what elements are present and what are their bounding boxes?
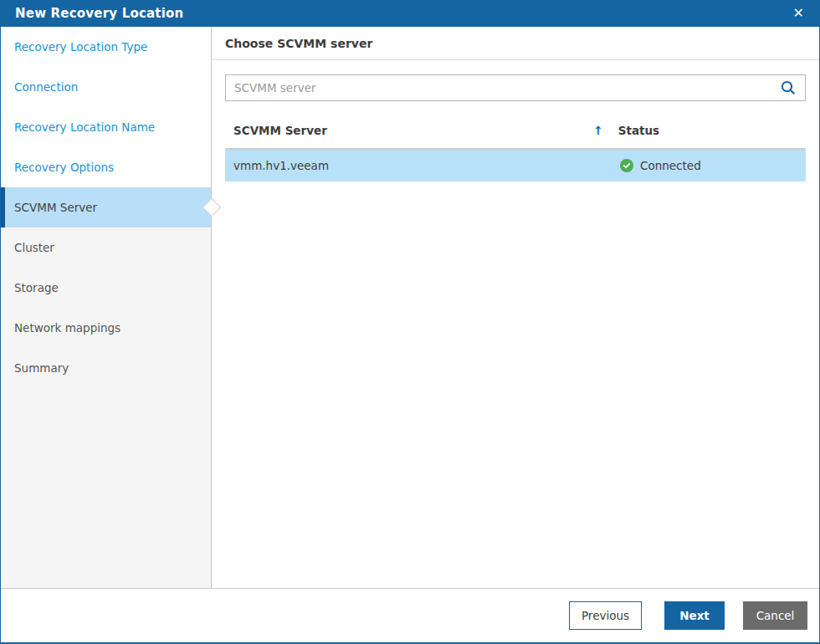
sidebar-item-summary[interactable]: Summary [1, 348, 211, 388]
search-input[interactable] [225, 74, 806, 101]
table-header-row: SCVMM Server ↑ Status [225, 113, 806, 150]
footer-bar: Previous Next Cancel [1, 588, 819, 642]
column-header-status[interactable]: Status [618, 124, 806, 137]
search-icon[interactable] [781, 80, 796, 95]
previous-button[interactable]: Previous [569, 601, 642, 630]
page-title: Choose SCVMM server [212, 27, 819, 60]
cancel-button[interactable]: Cancel [743, 601, 807, 630]
dialog-title: New Recovery Location [15, 6, 183, 21]
new-recovery-location-dialog: New Recovery Location ✕ Recovery Locatio… [0, 0, 820, 644]
close-icon[interactable]: ✕ [790, 5, 807, 22]
status-badge: Connected [640, 159, 701, 172]
step-label: Storage [14, 281, 59, 294]
search-row [212, 60, 819, 113]
sidebar-item-recovery-options[interactable]: Recovery Options [1, 147, 211, 187]
sidebar-item-recovery-location-type[interactable]: Recovery Location Type [1, 27, 211, 67]
sidebar-item-connection[interactable]: Connection [1, 67, 211, 107]
sidebar-item-cluster[interactable]: Cluster [1, 227, 211, 268]
step-label: Recovery Location Type [14, 40, 147, 54]
step-label: Summary [14, 361, 69, 375]
step-label: Cluster [14, 241, 54, 254]
scvmm-server-table: SCVMM Server ↑ Status vmm.hv1.veeam [212, 113, 819, 181]
sidebar-item-network-mappings[interactable]: Network mappings [1, 308, 211, 348]
status-cell: Connected [620, 159, 806, 172]
column-header-scvmm-server[interactable]: SCVMM Server [225, 124, 593, 137]
sidebar-item-storage[interactable]: Storage [1, 268, 211, 308]
server-name-cell: vmm.hv1.veeam [225, 159, 620, 172]
sidebar-item-recovery-location-name[interactable]: Recovery Location Name [1, 107, 211, 147]
dialog-body: Recovery Location Type Connection Recove… [1, 27, 819, 588]
step-label: SCVMM Server [14, 201, 97, 214]
next-button[interactable]: Next [664, 601, 725, 630]
step-content: Choose SCVMM server SCVMM Server ↑ Statu… [212, 27, 819, 588]
step-label: Recovery Location Name [14, 120, 155, 134]
step-label: Connection [14, 80, 78, 94]
wizard-steps-sidebar: Recovery Location Type Connection Recove… [1, 27, 212, 588]
table-row[interactable]: vmm.hv1.veeam Connected [225, 150, 806, 181]
sort-ascending-icon[interactable]: ↑ [593, 124, 603, 137]
sidebar-item-scvmm-server[interactable]: SCVMM Server [1, 187, 211, 227]
check-circle-icon [620, 159, 633, 172]
title-bar: New Recovery Location ✕ [1, 0, 819, 27]
step-label: Recovery Options [14, 161, 114, 174]
step-label: Network mappings [14, 321, 120, 335]
